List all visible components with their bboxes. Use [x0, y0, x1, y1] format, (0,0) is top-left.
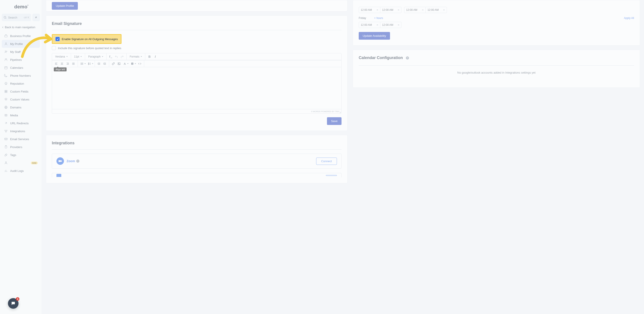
enable-signature-highlight: Enable Signature on All Outgoing Message… [52, 34, 122, 44]
nav-item-phone-numbers[interactable]: Phone Numbers [2, 72, 40, 79]
nav-item-calendars[interactable]: Calendars [2, 64, 40, 72]
editor-toolbar-row1: Verdana 11pt Paragraph I Formats B I [52, 53, 341, 60]
zoom-logo [56, 157, 64, 165]
bolt-icon [34, 16, 38, 19]
update-availability-button[interactable]: Update Availability [359, 32, 390, 40]
nav-icon [4, 113, 8, 117]
include-before-quoted-label: Include this signature before quoted tex… [58, 46, 121, 50]
indent-button[interactable] [102, 61, 108, 66]
nav-icon [4, 81, 8, 85]
start-time-2[interactable]: 12:00 AM✕ [404, 7, 426, 13]
clear-icon[interactable]: ✕ [442, 8, 445, 11]
numbered-list-button[interactable]: 123 [87, 61, 92, 66]
nav-icon [4, 145, 8, 149]
nav-item-my-staff[interactable]: My Staff [2, 48, 40, 56]
nav-item-reputation[interactable]: Reputation [2, 79, 40, 87]
clear-icon[interactable]: ✕ [420, 8, 424, 11]
redo-button[interactable] [119, 54, 125, 59]
align-justify-button[interactable] [70, 61, 76, 66]
friday-start[interactable]: 12:00 AM✕ [359, 22, 380, 28]
nav-label: Tags [10, 153, 16, 157]
clear-icon[interactable]: ✕ [375, 23, 378, 26]
nav-item-tags[interactable]: Tags [2, 151, 40, 159]
link-button[interactable] [110, 61, 116, 66]
bullet-list-button[interactable] [79, 61, 85, 66]
nav-icon [4, 66, 8, 70]
nav-item-email-services[interactable]: Email Services [2, 135, 40, 143]
nav-icon [4, 50, 8, 54]
chat-badge: 4 [16, 297, 20, 301]
nav-item-media[interactable]: Media [2, 111, 40, 119]
nav-item-custom-values[interactable]: Custom Values [2, 95, 40, 103]
zoom-name: Zoom [66, 159, 75, 163]
editor-body[interactable] [52, 67, 341, 109]
nav-item-integrations[interactable]: Integrations [2, 127, 40, 135]
nav-item-url-redirects[interactable]: URL Redirects [2, 119, 40, 127]
align-right-button[interactable] [65, 61, 70, 66]
svg-rect-2 [5, 35, 7, 37]
svg-line-1 [6, 18, 6, 18]
bold-button[interactable]: B [146, 54, 152, 59]
clear-icon[interactable]: ✕ [396, 23, 400, 26]
update-profile-card: Update Profile [46, 0, 348, 11]
text-color-button[interactable]: A [122, 61, 128, 66]
outdent-button[interactable] [96, 61, 102, 66]
nav-item-pipelines[interactable]: Pipelines [2, 56, 40, 64]
help-icon[interactable]: ? [406, 56, 409, 59]
friday-end[interactable]: 12:00 AM✕ [380, 22, 401, 28]
update-profile-button[interactable]: Update Profile [52, 2, 78, 10]
nav-item-unnamed[interactable]: new [2, 159, 40, 167]
resize-grip[interactable] [339, 111, 341, 113]
formats-select[interactable]: Formats [128, 55, 144, 58]
global-search[interactable]: Search ctrl K [2, 14, 31, 21]
add-hours-link[interactable]: + hours [374, 16, 383, 20]
main-content: Update Profile Email Signature Enable Si… [42, 0, 644, 189]
nav-icon [4, 161, 8, 165]
nav-label: Calendars [10, 66, 23, 69]
clear-formatting-button[interactable]: I [108, 54, 114, 59]
save-signature-button[interactable]: Save [327, 117, 342, 125]
nav-item-my-profile[interactable]: My Profile [2, 40, 40, 48]
enable-signature-checkbox[interactable] [56, 37, 60, 41]
editor-footer: 0 WORDS POWERED BY TINY [52, 109, 341, 113]
svg-text:I: I [109, 55, 110, 58]
back-to-main-nav[interactable]: Back to main navigation [0, 23, 42, 31]
image-button[interactable] [116, 61, 122, 66]
apply-all-link[interactable]: Apply All [624, 16, 634, 20]
end-time-1[interactable]: 12:00 AM✕ [380, 7, 401, 13]
italic-button[interactable]: I [152, 54, 158, 59]
quick-actions-button[interactable] [32, 14, 40, 21]
font-size-select[interactable]: 11pt [72, 55, 84, 58]
align-left-button[interactable] [53, 61, 59, 66]
nav-label: Custom Values [10, 98, 29, 101]
align-center-button[interactable] [59, 61, 65, 66]
nav-item-custom-fields[interactable]: Custom Fields [2, 87, 40, 95]
svg-text:A: A [132, 63, 133, 64]
font-family-select[interactable]: Verdana [53, 55, 70, 58]
connect-button-2[interactable] [326, 175, 337, 176]
nav-icon [4, 42, 8, 46]
nav-label: Custom Fields [10, 90, 28, 93]
svg-point-17 [5, 130, 6, 131]
nav-icon [4, 34, 8, 38]
code-button[interactable] [137, 61, 143, 66]
nav-item-domains[interactable]: Domains [2, 103, 40, 111]
nav-item-business-profile[interactable]: Business Profile [2, 32, 40, 40]
undo-button[interactable] [114, 54, 119, 59]
end-time-2[interactable]: 12:00 AM✕ [426, 7, 447, 13]
help-icon[interactable]: ? [76, 160, 79, 163]
connect-zoom-button[interactable]: Connect [316, 158, 337, 165]
nav-item-audit-logs[interactable]: Audit Logs [2, 167, 40, 175]
nav-item-providers[interactable]: Providers [2, 143, 40, 151]
bg-color-button[interactable]: A [130, 61, 135, 66]
search-placeholder: Search [8, 16, 24, 19]
integrations-card: Integrations Zoom ? Connect [46, 135, 348, 183]
clear-icon[interactable]: ✕ [375, 8, 378, 11]
start-time-1[interactable]: 12:00 AM✕ [359, 7, 380, 13]
svg-rect-63 [59, 160, 61, 162]
block-format-select[interactable]: Paragraph [86, 55, 105, 58]
svg-point-18 [6, 130, 7, 131]
chat-widget[interactable]: 4 [8, 298, 18, 309]
include-before-quoted-checkbox[interactable] [52, 46, 56, 50]
clear-icon[interactable]: ✕ [396, 8, 400, 11]
